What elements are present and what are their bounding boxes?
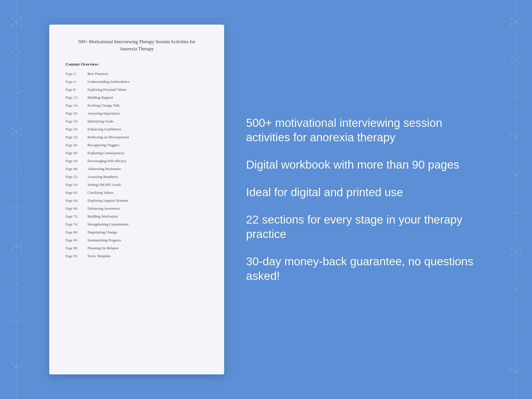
toc-page-number: Page 68: [66, 206, 87, 211]
doc-watermark-bottom [82, 339, 191, 366]
svg-point-26 [19, 166, 22, 168]
svg-point-78 [518, 286, 521, 289]
svg-point-53 [518, 23, 522, 26]
toc-item: Page 56: Setting SMART Goals [66, 183, 208, 187]
toc-page-number: Page 32: [66, 135, 87, 139]
toc-item: Page 8: Exploring Personal Values [66, 87, 208, 92]
svg-point-52 [510, 23, 513, 26]
svg-point-75 [518, 253, 522, 256]
svg-line-92 [128, 34, 137, 38]
svg-point-24 [14, 168, 18, 171]
toc-item-title: Enhancing Awareness [87, 206, 120, 211]
toc-item: Page 84: Summarizing Progress [66, 238, 208, 242]
svg-point-30 [14, 206, 19, 209]
toc-item: Page 76: Strengthening Commitment [66, 222, 208, 227]
info-panel: 500+ motivational interviewing session a… [241, 105, 483, 294]
svg-point-74 [510, 253, 513, 256]
svg-point-20 [10, 127, 14, 130]
svg-point-57 [510, 61, 513, 64]
svg-point-82 [510, 367, 513, 371]
toc-page-number: Page 56: [66, 183, 87, 187]
svg-point-94 [131, 345, 142, 356]
toc-item-title: Best Practices [87, 72, 108, 76]
svg-point-35 [19, 242, 22, 245]
svg-point-95 [122, 349, 130, 357]
svg-point-64 [518, 132, 522, 136]
toc-item-title: Summarizing Progress [87, 238, 121, 242]
svg-point-31 [9, 204, 14, 207]
toc-item-title: Enhancing Confidence [87, 127, 121, 131]
svg-point-65 [514, 173, 518, 177]
toc-item: Page 64: Exploring Support Systems [66, 198, 208, 203]
svg-point-40 [19, 280, 22, 283]
svg-point-71 [513, 249, 518, 254]
svg-point-60 [508, 95, 513, 98]
floral-right-decoration [488, 0, 532, 399]
toc-item-title: Negotiating Change [87, 230, 117, 234]
svg-point-45 [14, 364, 19, 368]
svg-point-76 [514, 288, 518, 292]
svg-point-22 [10, 132, 14, 136]
svg-point-39 [11, 280, 14, 283]
svg-point-9 [14, 53, 18, 57]
toc-item-title: Assessing Readiness [87, 175, 118, 179]
svg-point-56 [518, 56, 521, 59]
svg-point-101 [55, 159, 60, 163]
toc-page-number: Page 88: [66, 246, 87, 250]
toc-item: Page 88: Planning for Relapse [66, 246, 208, 250]
toc-item-title: Exploring Support Systems [87, 198, 128, 203]
svg-point-16 [19, 89, 24, 92]
toc-item: Page 36: Recognizing Triggers [66, 143, 208, 147]
toc-item-title: Building Rapport [87, 95, 113, 100]
toc-item: Page 92: Notes Template [66, 254, 208, 258]
svg-point-38 [14, 282, 18, 286]
svg-point-14 [14, 91, 19, 95]
svg-point-37 [19, 247, 22, 250]
svg-point-55 [510, 56, 513, 59]
svg-point-103 [57, 194, 63, 200]
svg-point-62 [513, 134, 518, 139]
toc-item-title: Planning for Relapse [87, 246, 118, 250]
toc-page-number: Page 16: [66, 103, 87, 108]
toc-item-title: Understanding Ambivalence [87, 80, 130, 84]
toc-item: Page 52: Assessing Readiness [66, 175, 208, 179]
svg-point-25 [11, 166, 14, 168]
toc-page-number: Page 36: [66, 143, 87, 147]
svg-point-67 [518, 171, 521, 174]
toc-item: Page 16: Evoking Change Talk [66, 103, 208, 108]
toc-page-number: Page 40: [66, 151, 87, 155]
svg-point-33 [14, 244, 19, 248]
svg-point-11 [19, 51, 22, 54]
svg-point-97 [118, 345, 123, 350]
info-point-2: Digital workbook with more than 90 pages [246, 158, 477, 172]
svg-point-63 [510, 132, 513, 136]
toc-item: Page 60: Clarifying Values [66, 190, 208, 195]
svg-point-98 [150, 345, 156, 350]
toc-item: Page 12: Building Rapport [66, 95, 208, 100]
svg-point-34 [10, 242, 14, 245]
svg-point-32 [19, 204, 24, 207]
svg-point-27 [11, 171, 14, 173]
svg-line-17 [14, 82, 16, 87]
toc-item-title: Building Motivation [87, 214, 118, 219]
svg-point-21 [19, 127, 22, 130]
toc-page-number: Page 76: [66, 222, 87, 227]
toc-item: Page 20: Assessing Importance [66, 111, 208, 116]
toc-item-title: Identifying Goals [87, 119, 113, 124]
toc-item-title: Strengthening Commitment [87, 222, 128, 227]
toc-item-title: Clarifying Values [87, 190, 113, 195]
toc-item: Page 72: Building Motivation [66, 214, 208, 219]
toc-page-number: Page 4: [66, 80, 87, 84]
svg-point-81 [513, 369, 518, 374]
toc-item-title: Recognizing Triggers [87, 143, 119, 147]
toc-item: Page 32: Reflecting on Discrepancies [66, 135, 208, 139]
toc-item-title: Reflecting on Discrepancies [87, 135, 129, 139]
toc-page-number: Page 24: [66, 119, 87, 124]
toc-item: Page 4: Understanding Ambivalence [66, 80, 208, 84]
toc-page-number: Page 84: [66, 238, 87, 242]
svg-point-70 [518, 210, 523, 212]
svg-point-44 [19, 319, 24, 322]
toc-page-number: Page 64: [66, 198, 87, 203]
svg-point-61 [518, 95, 523, 98]
svg-point-51 [518, 17, 522, 21]
